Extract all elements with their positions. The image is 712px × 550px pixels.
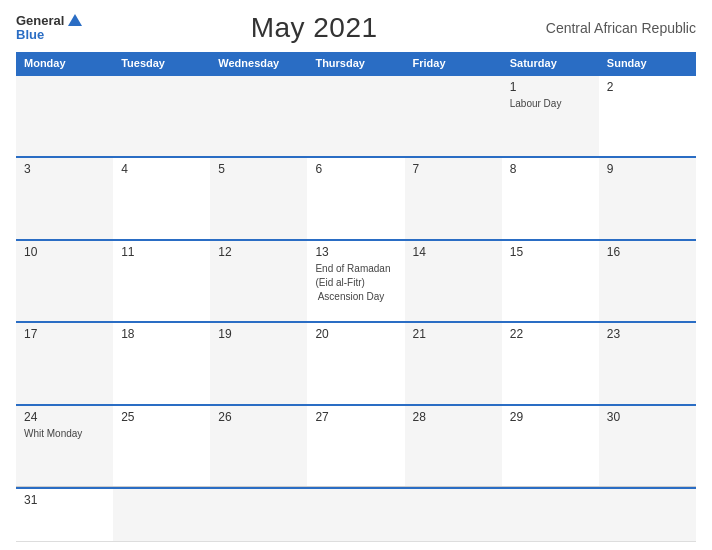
day-cell-empty <box>307 489 404 541</box>
calendar-title: May 2021 <box>251 12 378 44</box>
calendar: Monday Tuesday Wednesday Thursday Friday… <box>16 52 696 542</box>
day-cell-may25: 25 <box>113 406 210 486</box>
day-number: 3 <box>24 162 105 176</box>
day-cell-may2: 2 <box>599 76 696 156</box>
day-number: 26 <box>218 410 299 424</box>
day-cell-may24: 24 Whit Monday <box>16 406 113 486</box>
day-cell-may26: 26 <box>210 406 307 486</box>
day-number: 12 <box>218 245 299 259</box>
day-cell-may14: 14 <box>405 241 502 321</box>
day-cell-may9: 9 <box>599 158 696 238</box>
day-cell-may7: 7 <box>405 158 502 238</box>
day-cell-may10: 10 <box>16 241 113 321</box>
day-number: 25 <box>121 410 202 424</box>
logo-general-text: General <box>16 14 64 28</box>
day-cell-may3: 3 <box>16 158 113 238</box>
day-number: 4 <box>121 162 202 176</box>
day-number: 10 <box>24 245 105 259</box>
day-cell-may8: 8 <box>502 158 599 238</box>
weeks-container: 1 Labour Day 2 3 4 5 6 <box>16 74 696 487</box>
logo-blue-text: Blue <box>16 28 44 42</box>
country-label: Central African Republic <box>546 20 696 36</box>
day-cell-empty <box>502 489 599 541</box>
day-number: 2 <box>607 80 688 94</box>
day-cell-may19: 19 <box>210 323 307 403</box>
day-cell-may5: 5 <box>210 158 307 238</box>
day-cell-may15: 15 <box>502 241 599 321</box>
day-cell-may30: 30 <box>599 406 696 486</box>
day-number: 27 <box>315 410 396 424</box>
day-number: 8 <box>510 162 591 176</box>
day-number: 7 <box>413 162 494 176</box>
day-number: 11 <box>121 245 202 259</box>
day-number: 14 <box>413 245 494 259</box>
day-cell-empty <box>599 489 696 541</box>
day-event: Labour Day <box>510 98 562 109</box>
day-cell <box>307 76 404 156</box>
header: General Blue May 2021 Central African Re… <box>16 12 696 44</box>
day-cell-may16: 16 <box>599 241 696 321</box>
day-cell-empty <box>210 489 307 541</box>
header-sunday: Sunday <box>599 52 696 74</box>
day-cell <box>210 76 307 156</box>
day-cell <box>405 76 502 156</box>
day-cell-may27: 27 <box>307 406 404 486</box>
header-monday: Monday <box>16 52 113 74</box>
day-number: 5 <box>218 162 299 176</box>
day-number: 30 <box>607 410 688 424</box>
day-number: 22 <box>510 327 591 341</box>
day-number: 31 <box>24 493 105 507</box>
day-cell-may18: 18 <box>113 323 210 403</box>
header-tuesday: Tuesday <box>113 52 210 74</box>
day-cell-may11: 11 <box>113 241 210 321</box>
day-number: 19 <box>218 327 299 341</box>
day-cell-may23: 23 <box>599 323 696 403</box>
day-cell-empty <box>113 489 210 541</box>
day-cell-may12: 12 <box>210 241 307 321</box>
day-cell-may21: 21 <box>405 323 502 403</box>
day-headers-row: Monday Tuesday Wednesday Thursday Friday… <box>16 52 696 74</box>
day-cell-may22: 22 <box>502 323 599 403</box>
header-friday: Friday <box>405 52 502 74</box>
day-number: 1 <box>510 80 591 94</box>
week-row-4: 17 18 19 20 21 22 23 <box>16 321 696 403</box>
day-number: 13 <box>315 245 396 259</box>
header-thursday: Thursday <box>307 52 404 74</box>
day-number: 15 <box>510 245 591 259</box>
day-cell-may28: 28 <box>405 406 502 486</box>
week-row-5: 24 Whit Monday 25 26 27 28 29 <box>16 404 696 487</box>
day-number: 24 <box>24 410 105 424</box>
day-number: 29 <box>510 410 591 424</box>
day-cell-may31: 31 <box>16 489 113 541</box>
day-cell-empty <box>405 489 502 541</box>
header-saturday: Saturday <box>502 52 599 74</box>
day-cell-may29: 29 <box>502 406 599 486</box>
day-number: 16 <box>607 245 688 259</box>
day-event: End of Ramadan(Eid al-Fitr) Ascension Da… <box>315 263 390 302</box>
day-number: 21 <box>413 327 494 341</box>
day-cell-may6: 6 <box>307 158 404 238</box>
day-cell-may17: 17 <box>16 323 113 403</box>
logo-triangle-icon <box>68 14 82 26</box>
day-cell-may1: 1 Labour Day <box>502 76 599 156</box>
day-cell-may13: 13 End of Ramadan(Eid al-Fitr) Ascension… <box>307 241 404 321</box>
day-cell <box>16 76 113 156</box>
logo: General Blue <box>16 14 82 43</box>
day-number: 28 <box>413 410 494 424</box>
week-row-1: 1 Labour Day 2 <box>16 74 696 156</box>
day-number: 23 <box>607 327 688 341</box>
day-cell <box>113 76 210 156</box>
day-number: 9 <box>607 162 688 176</box>
week-row-2: 3 4 5 6 7 8 9 <box>16 156 696 238</box>
day-number: 17 <box>24 327 105 341</box>
week-row-3: 10 11 12 13 End of Ramadan(Eid al-Fitr) … <box>16 239 696 321</box>
day-number: 18 <box>121 327 202 341</box>
day-event: Whit Monday <box>24 428 82 439</box>
page: General Blue May 2021 Central African Re… <box>0 0 712 550</box>
day-cell-may4: 4 <box>113 158 210 238</box>
day-number: 20 <box>315 327 396 341</box>
day-number: 6 <box>315 162 396 176</box>
week-row-6: 31 <box>16 487 696 542</box>
header-wednesday: Wednesday <box>210 52 307 74</box>
day-cell-may20: 20 <box>307 323 404 403</box>
